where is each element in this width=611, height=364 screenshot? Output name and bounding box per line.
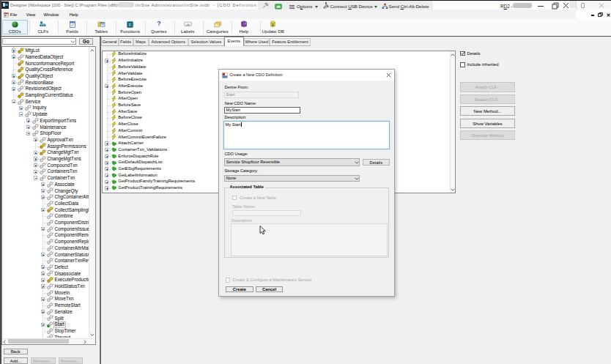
svg-text:F: F: [129, 22, 132, 26]
svg-text:ab: ab: [186, 23, 190, 26]
